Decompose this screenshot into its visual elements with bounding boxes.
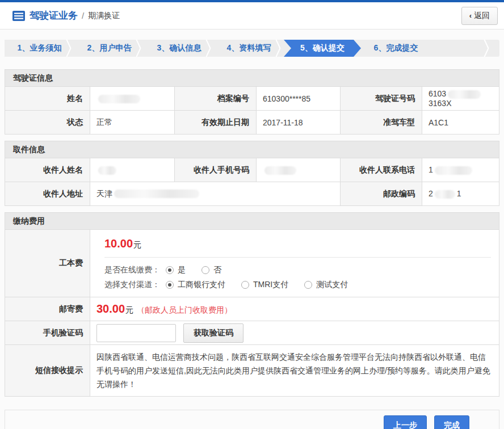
file-no-value: 610300****85 <box>257 87 341 111</box>
chevron-left-icon: ‹ <box>469 12 472 19</box>
table-row: 邮寄费 30.00元（邮政人员上门收取费用） <box>5 297 499 321</box>
breadcrumb-current: 期满换证 <box>88 11 120 21</box>
vehicle-class-value: A1C1 <box>422 111 499 134</box>
page-header: 驾驶证业务 / 期满换证 ‹ 返回 <box>0 2 504 30</box>
mail-fee-unit: 元 <box>125 305 133 314</box>
pickup-info-table: 收件人姓名 收件人手机号码 收件人联系电话 1 收件人地址 天津 邮政编码 21 <box>5 158 499 206</box>
sms-notice-text: 因陕西省联通、电信运营商技术问题，陕西省互联网交通安全综合服务管理平台无法向持陕… <box>90 345 499 397</box>
step-bar-filler <box>431 40 499 57</box>
radio-label: 否 <box>213 265 221 275</box>
finish-button[interactable]: 完成 <box>434 415 469 429</box>
recipient-phone-label: 收件人联系电话 <box>341 158 422 182</box>
license-info-section: 驾驶证信息 姓名 档案编号 610300****85 驾驶证号码 6103316… <box>5 69 499 134</box>
step-separator-icon <box>482 40 489 57</box>
radio-online-yes[interactable]: 是 <box>166 265 186 275</box>
get-sms-code-button[interactable]: 获取验证码 <box>183 323 243 343</box>
table-row: 收件人姓名 收件人手机号码 收件人联系电话 1 <box>5 158 499 182</box>
step-separator-icon <box>65 40 72 57</box>
radio-channel-tmri[interactable]: TMRI支付 <box>241 280 288 290</box>
table-row: 收件人地址 天津 邮政编码 21 <box>5 182 499 206</box>
sms-notice-label: 短信接收提示 <box>5 345 90 397</box>
pay-channel-question: 选择支付渠道： <box>104 280 160 290</box>
status-label: 状态 <box>5 111 90 134</box>
radio-unselected-icon <box>201 266 209 274</box>
step-label: 1、业务须知 <box>18 43 62 53</box>
radio-unselected-icon <box>304 281 312 289</box>
radio-channel-icbc[interactable]: 工商银行支付 <box>166 280 225 290</box>
license-no-suffix: 3163X <box>429 99 451 108</box>
license-no-prefix: 6103 <box>429 89 446 98</box>
license-no-value: 61033163X <box>422 87 499 111</box>
postcode-prefix: 2 <box>429 189 433 198</box>
redacted-value <box>435 166 472 175</box>
step-label: 6、完成提交 <box>374 43 418 53</box>
address-prefix: 天津 <box>96 189 112 198</box>
address-label: 收件人地址 <box>5 182 90 206</box>
step-1-business-notice[interactable]: 1、业务须知 <box>5 40 74 57</box>
table-row: 短信接收提示 因陕西省联通、电信运营商技术问题，陕西省互联网交通安全综合服务管理… <box>5 345 499 397</box>
radio-label: TMRI支付 <box>253 280 288 290</box>
payment-table: 工本费 10.00元 是否在线缴费： 是 否 选择支付渠道： 工商银行支付 <box>5 229 499 397</box>
step-2-user-declaration[interactable]: 2、用户申告 <box>74 40 144 57</box>
license-no-label: 驾驶证号码 <box>341 87 422 111</box>
back-button-label: 返回 <box>474 11 490 21</box>
name-value <box>90 87 175 111</box>
vehicle-class-label: 准驾车型 <box>341 111 422 134</box>
step-6-complete-submit[interactable]: 6、完成提交 <box>361 40 431 57</box>
production-fee-unit: 元 <box>133 240 141 249</box>
online-pay-question-line: 是否在线缴费： 是 否 <box>104 265 491 275</box>
pickup-section-title: 取件信息 <box>5 141 499 158</box>
step-label: 2、用户申告 <box>87 43 132 53</box>
recipient-mobile-label: 收件人手机号码 <box>175 158 257 182</box>
mail-fee-amount: 30.00 <box>96 302 125 315</box>
radio-selected-icon <box>166 281 174 289</box>
step-label: 4、资料填写 <box>227 43 271 53</box>
radio-selected-icon <box>166 266 174 274</box>
table-row: 状态 正常 有效期止日期 2017-11-18 准驾车型 A1C1 <box>5 111 499 134</box>
postcode-suffix: 1 <box>457 189 461 198</box>
redacted-value <box>448 90 481 99</box>
mail-fee-label: 邮寄费 <box>5 297 90 321</box>
address-value: 天津 <box>90 182 341 206</box>
sms-code-label: 手机验证码 <box>5 321 90 345</box>
pay-channel-question-line: 选择支付渠道： 工商银行支付 TMRI支付 测试支付 <box>104 280 491 290</box>
payment-section-title: 缴纳费用 <box>5 212 499 229</box>
recipient-phone-value: 1 <box>422 158 499 182</box>
redacted-value <box>435 190 455 199</box>
pickup-info-section: 取件信息 收件人姓名 收件人手机号码 收件人联系电话 1 收件人地址 天津 邮政… <box>5 141 499 206</box>
recipient-name-value <box>90 158 175 182</box>
sms-code-input[interactable] <box>96 324 176 342</box>
table-row: 手机验证码 获取验证码 <box>5 321 499 345</box>
radio-channel-test[interactable]: 测试支付 <box>304 280 348 290</box>
divider <box>104 257 491 258</box>
redacted-value <box>114 190 199 198</box>
radio-online-no[interactable]: 否 <box>201 265 221 275</box>
step-3-confirm-info[interactable]: 3、确认信息 <box>144 40 214 57</box>
breadcrumb-divider: / <box>82 11 84 20</box>
production-fee-amount-line: 10.00元 <box>104 237 491 250</box>
status-value: 正常 <box>90 111 175 134</box>
step-4-fill-data[interactable]: 4、资料填写 <box>214 40 284 57</box>
table-row: 姓名 档案编号 610300****85 驾驶证号码 61033163X <box>5 87 499 111</box>
step-separator-icon <box>135 40 141 57</box>
payment-section: 缴纳费用 工本费 10.00元 是否在线缴费： 是 否 选择支付渠道： <box>5 212 499 397</box>
license-info-table: 姓名 档案编号 610300****85 驾驶证号码 61033163X 状态 … <box>5 86 499 134</box>
redacted-value <box>98 166 116 175</box>
previous-step-button[interactable]: 上一步 <box>384 415 427 429</box>
redacted-value <box>98 95 140 103</box>
table-row: 工本费 10.00元 是否在线缴费： 是 否 选择支付渠道： 工商银行支付 <box>5 230 499 297</box>
step-5-confirm-submit-active[interactable]: 5、确认提交 <box>284 40 361 57</box>
mail-fee-note: （邮政人员上门收取费用） <box>137 305 232 314</box>
redacted-value <box>264 166 296 175</box>
license-section-title: 驾驶证信息 <box>5 69 499 86</box>
expiry-value: 2017-11-18 <box>257 111 341 134</box>
radio-label: 工商银行支付 <box>178 280 225 290</box>
back-button[interactable]: ‹ 返回 <box>461 7 498 25</box>
online-pay-question: 是否在线缴费： <box>104 265 160 275</box>
expiry-label: 有效期止日期 <box>175 111 257 134</box>
mail-fee-cell: 30.00元（邮政人员上门收取费用） <box>90 297 499 321</box>
file-no-label: 档案编号 <box>175 87 257 111</box>
postcode-label: 邮政编码 <box>341 182 422 206</box>
license-card-icon <box>12 11 25 21</box>
step-label: 3、确认信息 <box>157 43 201 53</box>
